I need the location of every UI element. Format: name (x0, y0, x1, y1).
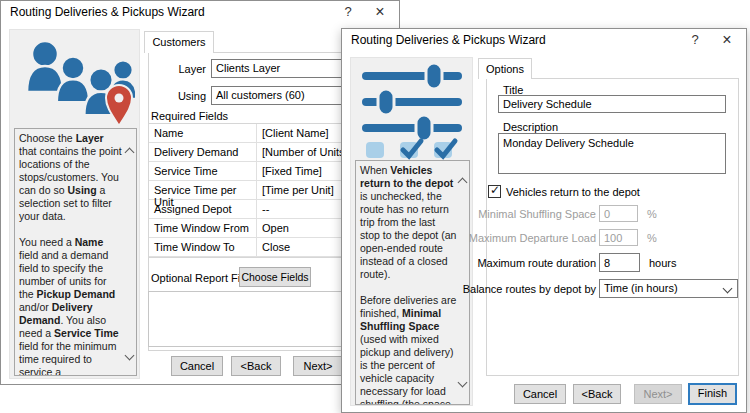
maximum-route-duration-label: Maximum route duration (446, 257, 596, 269)
using-label: Using (141, 90, 206, 102)
field-name-cell: Name (149, 124, 257, 142)
minimal-shuffling-space-input (599, 205, 638, 222)
wizard-dialog-customers: Routing Deliveries & Pickups Wizard ? × (0, 0, 400, 385)
chevron-down-icon (723, 284, 733, 294)
description-text: Monday Delivery Schedule (503, 137, 634, 149)
checkmark-icon: ✓ (490, 183, 500, 197)
description-textarea[interactable]: Monday Delivery Schedule (498, 133, 726, 174)
field-name-cell: Delivery Demand (149, 143, 257, 161)
field-name-cell: Time Window From (149, 219, 257, 237)
back-button[interactable]: <Back (573, 384, 621, 404)
close-button[interactable]: × (712, 29, 742, 51)
back-button[interactable]: <Back (231, 356, 281, 376)
help-paragraph: Choose the Layer that contains the point… (19, 132, 124, 223)
description-label: Description (503, 121, 558, 133)
help-button[interactable]: ? (333, 1, 363, 23)
tab-customers[interactable]: Customers (144, 31, 214, 53)
options-sliders-icon (360, 62, 464, 160)
title-bar: Routing Deliveries & Pickups Wizard ? × (1, 1, 399, 23)
window-title: Routing Deliveries & Pickups Wizard (351, 33, 546, 47)
field-name-cell: Service Time per Unit (149, 181, 257, 199)
next-button[interactable]: Next> (293, 356, 343, 376)
balance-routes-dropdown[interactable]: Time (in hours) (599, 279, 738, 298)
maximum-departure-load-label: Maximum Departure Load (446, 232, 596, 244)
field-name-cell: Assigned Depot (149, 200, 257, 218)
percent-unit-label: % (647, 208, 657, 220)
customers-group-icon (15, 32, 135, 126)
vehicles-return-checkbox[interactable]: ✓ (488, 185, 501, 198)
tab-options[interactable]: Options (478, 58, 532, 79)
minimal-shuffling-space-label: Minimal Shuffling Space (446, 208, 596, 220)
balance-routes-label: Balance routes by depot by (446, 283, 596, 295)
title-input[interactable] (498, 95, 726, 113)
vehicles-return-label: Vehicles return to the depot (506, 186, 640, 198)
maximum-departure-load-input (599, 229, 638, 246)
scroll-up-icon[interactable] (125, 148, 135, 158)
required-fields-label: Required Fields (151, 110, 228, 122)
sidebar-panel: Choose the Layer that contains the point… (9, 29, 140, 379)
location-pin-icon (106, 85, 132, 126)
close-button[interactable]: × (365, 1, 395, 23)
next-button: Next> (634, 384, 682, 404)
percent-unit-label: % (647, 232, 657, 244)
cancel-button[interactable]: Cancel (171, 356, 223, 376)
scroll-up-icon[interactable] (458, 178, 468, 188)
help-paragraph: You need a Name field and a demand field… (19, 236, 124, 376)
window-title: Routing Deliveries & Pickups Wizard (10, 5, 205, 19)
cancel-button[interactable]: Cancel (514, 384, 566, 404)
help-paragraph: When Vehicles return to the depot is unc… (360, 164, 457, 281)
layer-label: Layer (141, 63, 206, 75)
help-paragraph: Before deliveries are finished, Minimal … (360, 294, 457, 405)
wizard-dialog-options: Routing Deliveries & Pickups Wizard ? × (341, 28, 747, 413)
hours-unit-label: hours (649, 257, 677, 269)
balance-routes-value: Time (in hours) (604, 282, 721, 294)
field-name-cell: Time Window To (149, 238, 257, 256)
field-name-cell: Service Time (149, 162, 257, 180)
scroll-down-icon[interactable] (458, 378, 468, 388)
sidebar-help-text: Choose the Layer that contains the point… (14, 128, 137, 376)
scroll-down-icon[interactable] (125, 351, 135, 361)
help-button[interactable]: ? (680, 29, 710, 51)
finish-button[interactable]: Finish (688, 383, 737, 405)
choose-fields-button[interactable]: Choose Fields (239, 267, 311, 287)
title-bar: Routing Deliveries & Pickups Wizard ? × (342, 29, 746, 51)
maximum-route-duration-input[interactable] (599, 253, 640, 272)
